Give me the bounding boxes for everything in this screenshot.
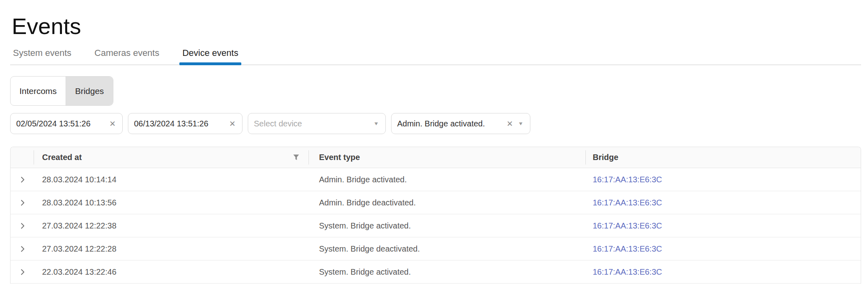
chevron-right-icon — [19, 222, 26, 229]
date-from-input[interactable] — [16, 119, 106, 128]
event-type-select[interactable]: Admin. Bridge activated. ✕ ▼ — [391, 113, 530, 134]
toggle-intercoms-button[interactable]: Intercoms — [11, 77, 66, 105]
event-type-header-label: Event type — [319, 153, 360, 162]
bridge-link[interactable]: 16:17:AA:13:E6:3C — [593, 267, 662, 277]
chevron-right-icon — [19, 199, 26, 206]
created-at-header-label: Created at — [42, 153, 82, 162]
bridge-column-header: Bridge — [586, 147, 861, 168]
bridge-link[interactable]: 16:17:AA:13:E6:3C — [593, 244, 662, 254]
created-at-cell: 28.03.2024 10:14:14 — [34, 168, 309, 191]
event-type-value: Admin. Bridge activated. — [397, 119, 503, 128]
table-row: 22.03.2024 13:22:46 System. Bridge activ… — [11, 261, 861, 284]
events-page: Events System events Cameras events Devi… — [0, 14, 868, 284]
toggle-bridges-button[interactable]: Bridges — [66, 77, 113, 105]
tab-system-events[interactable]: System events — [10, 48, 74, 64]
table-row: 28.03.2024 10:13:56 Admin. Bridge deacti… — [11, 191, 861, 214]
created-at-cell: 28.03.2024 10:13:56 — [34, 191, 309, 214]
event-type-cell: Admin. Bridge activated. — [309, 168, 586, 191]
expand-row-button[interactable] — [11, 191, 34, 214]
expand-row-button[interactable] — [11, 237, 34, 260]
tab-bar: System events Cameras events Device even… — [10, 48, 861, 65]
event-type-cell: System. Bridge activated. — [309, 214, 586, 237]
expand-row-button[interactable] — [11, 261, 34, 283]
device-select-placeholder: Select device — [254, 119, 368, 128]
chevron-right-icon — [19, 269, 26, 275]
bridge-header-label: Bridge — [593, 153, 618, 162]
filter-icon[interactable] — [293, 154, 299, 160]
bridge-link[interactable]: 16:17:AA:13:E6:3C — [593, 198, 662, 207]
chevron-right-icon — [19, 176, 26, 183]
created-at-cell: 27.03.2024 12:22:38 — [34, 214, 309, 237]
date-to-input[interactable] — [134, 119, 226, 128]
expand-row-button[interactable] — [11, 168, 34, 191]
events-table: Created at Event type Bridge 28.03.2024 … — [10, 147, 861, 284]
bridge-link[interactable]: 16:17:AA:13:E6:3C — [593, 175, 662, 184]
chevron-right-icon — [19, 246, 26, 252]
tab-device-events[interactable]: Device events — [179, 48, 241, 64]
tab-cameras-events[interactable]: Cameras events — [91, 48, 162, 64]
device-select[interactable]: Select device ▼ — [248, 113, 386, 134]
expand-row-button[interactable] — [11, 214, 34, 237]
event-type-cell: Admin. Bridge deactivated. — [309, 191, 586, 214]
clear-icon[interactable]: ✕ — [229, 120, 236, 128]
created-at-cell: 22.03.2024 13:22:46 — [34, 261, 309, 283]
clear-icon[interactable]: ✕ — [109, 120, 116, 128]
table-row: 27.03.2024 12:22:38 System. Bridge activ… — [11, 214, 861, 237]
caret-down-icon[interactable]: ▼ — [518, 121, 523, 126]
filter-bar: ✕ ✕ Select device ▼ Admin. Bridge activa… — [10, 113, 861, 134]
event-type-cell: System. Bridge deactivated. — [309, 237, 586, 260]
page-title: Events — [12, 14, 861, 39]
event-type-column-header: Event type — [309, 147, 586, 168]
date-to-filter[interactable]: ✕ — [128, 113, 243, 134]
table-row: 27.03.2024 12:22:28 System. Bridge deact… — [11, 237, 861, 261]
bridge-link[interactable]: 16:17:AA:13:E6:3C — [593, 221, 662, 231]
clear-icon[interactable]: ✕ — [506, 120, 513, 128]
device-kind-toggle: Intercoms Bridges — [10, 76, 113, 106]
table-row: 28.03.2024 10:14:14 Admin. Bridge activa… — [11, 168, 861, 191]
table-header-row: Created at Event type Bridge — [11, 147, 861, 168]
created-at-cell: 27.03.2024 12:22:28 — [34, 237, 309, 260]
created-at-column-header: Created at — [34, 147, 309, 168]
date-from-filter[interactable]: ✕ — [10, 113, 123, 134]
event-type-cell: System. Bridge activated. — [309, 261, 586, 283]
expand-column-header — [11, 147, 34, 168]
caret-down-icon[interactable]: ▼ — [373, 121, 379, 126]
